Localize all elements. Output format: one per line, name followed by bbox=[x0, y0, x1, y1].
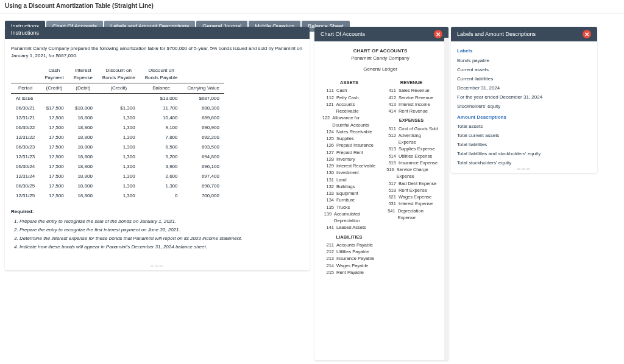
label-item[interactable]: Total liabilities and stockholders' equi… bbox=[457, 150, 591, 158]
coa-account[interactable]: 411Sales Revenue bbox=[383, 87, 440, 94]
coa-account[interactable]: 134Furniture bbox=[321, 197, 378, 203]
coa-account[interactable]: 213Insurance Payable bbox=[321, 255, 378, 262]
coa-account[interactable]: 111Cash bbox=[321, 87, 378, 94]
resize-grip[interactable]: ═══ bbox=[517, 166, 531, 172]
coa-account[interactable]: 511Cost of Goods Sold bbox=[383, 125, 440, 132]
scrollbar[interactable] bbox=[444, 38, 448, 360]
instructions-panel: Instructions Panamint Candy Company prep… bbox=[5, 27, 310, 270]
coa-account[interactable]: 214Wages Payable bbox=[321, 262, 378, 269]
assets-heading: ASSETS bbox=[321, 79, 378, 86]
coa-account[interactable]: 128Inventory bbox=[321, 156, 378, 163]
liabilities-heading: LIABILITIES bbox=[321, 234, 378, 240]
table-row: 06/30/2217,50018,8001,3009,100690,900 bbox=[11, 123, 224, 133]
coa-account[interactable]: 129Interest Receivable bbox=[321, 163, 378, 169]
coa-account[interactable]: 212Utilities Payable bbox=[321, 248, 378, 255]
labels-panel: Labels and Amount Descriptions ✕ Labels … bbox=[451, 27, 597, 173]
table-row: 12/31/2117,50018,8001,30010,400689,600 bbox=[11, 113, 224, 123]
coa-account[interactable]: 413Interest Income bbox=[383, 101, 440, 108]
close-icon[interactable]: ✕ bbox=[583, 30, 591, 38]
divider bbox=[0, 13, 624, 13]
label-item[interactable]: Total assets bbox=[457, 123, 591, 130]
expenses-heading: EXPENSES bbox=[383, 117, 440, 124]
coa-account[interactable]: 521Wages Expense bbox=[383, 194, 440, 200]
coa-account[interactable]: 513Supplies Expense bbox=[383, 145, 440, 152]
table-row: At issue$13,000$687,000 bbox=[11, 94, 224, 104]
table-row: 12/31/2317,50018,8001,3005,200694,800 bbox=[11, 152, 224, 162]
coa-account[interactable]: 124Notes Receivable bbox=[321, 128, 378, 135]
page-title: Using a Discount Amortization Table (Str… bbox=[0, 0, 624, 12]
amortization-table: CashPayment InterestExpense Discount onB… bbox=[11, 66, 224, 201]
coa-account[interactable]: 412Service Revenue bbox=[383, 94, 440, 101]
label-item[interactable]: Stockholders' equity bbox=[457, 103, 591, 110]
labels-header: Labels and Amount Descriptions bbox=[457, 31, 536, 37]
table-row: 12/31/2517,50018,8001,3000700,000 bbox=[11, 191, 224, 201]
table-row: 06/30/21$17,500$18,800$1,30011,700688,30… bbox=[11, 103, 224, 113]
coa-account[interactable]: 122Allowance for Doubtful Accounts bbox=[321, 114, 378, 128]
label-item[interactable]: Current assets bbox=[457, 66, 591, 74]
instructions-header: Instructions bbox=[11, 30, 39, 36]
coa-account[interactable]: 125Supplies bbox=[321, 135, 378, 142]
label-item[interactable]: Bonds payable bbox=[457, 57, 591, 65]
coa-account[interactable]: 512Advertising Expense bbox=[383, 132, 440, 146]
coa-account[interactable]: 135Trucks bbox=[321, 204, 378, 211]
coa-account[interactable]: 131Land bbox=[321, 177, 378, 183]
coa-account[interactable]: 516Service Charge Expense bbox=[383, 166, 440, 180]
coa-account[interactable]: 531Interest Expense bbox=[383, 200, 440, 207]
coa-account[interactable]: 132Buildings bbox=[321, 183, 378, 190]
required-list: Prepare the entry to recognize the sale … bbox=[11, 218, 303, 251]
coa-account[interactable]: 215Rent Payable bbox=[321, 269, 378, 276]
label-item[interactable]: Total current assets bbox=[457, 132, 591, 139]
revenue-heading: REVENUE bbox=[383, 79, 440, 86]
coa-account[interactable]: 130Investment bbox=[321, 169, 378, 176]
coa-title: CHART OF ACCOUNTS bbox=[321, 47, 440, 55]
coa-account[interactable]: 126Prepaid Insurance bbox=[321, 142, 378, 149]
instructions-intro: Panamint Candy Company prepared the foll… bbox=[11, 45, 303, 60]
labels-heading: Labels bbox=[457, 47, 591, 55]
coa-account[interactable]: 112Petty Cash bbox=[321, 94, 378, 101]
table-row: 12/31/2217,50018,8001,3007,800692,200 bbox=[11, 133, 224, 142]
coa-ledger: General Ledger bbox=[321, 66, 440, 73]
coa-company: Panamint Candy Company bbox=[321, 55, 440, 62]
coa-account[interactable]: 127Prepaid Rent bbox=[321, 149, 378, 156]
list-item: Determine the interest expense for these… bbox=[20, 235, 303, 242]
table-row: 12/31/2417,50018,8001,3002,600697,400 bbox=[11, 172, 224, 181]
table-row: 06/30/2517,50018,8001,3001,300698,700 bbox=[11, 181, 224, 191]
resize-grip[interactable]: ═══ bbox=[150, 264, 164, 269]
table-row: 06/30/2317,50018,8001,3006,500693,500 bbox=[11, 142, 224, 152]
label-item[interactable]: For the year ended December 31, 2024 bbox=[457, 94, 591, 101]
coa-panel: Chart Of Accounts ✕ CHART OF ACCOUNTS Pa… bbox=[314, 27, 448, 360]
coa-account[interactable]: 414Rent Revenue bbox=[383, 108, 440, 114]
label-item[interactable]: Total liabilities bbox=[457, 141, 591, 149]
coa-account[interactable]: 518Rent Expense bbox=[383, 187, 440, 194]
required-title: Required: bbox=[11, 208, 303, 215]
list-item: Prepare the entry to recognize the sale … bbox=[20, 218, 303, 225]
list-item: Indicate how these bonds will appear in … bbox=[20, 243, 303, 251]
coa-account[interactable]: 211Accounts Payable bbox=[321, 242, 378, 248]
coa-account[interactable]: 515Insurance Expense bbox=[383, 159, 440, 166]
close-icon[interactable]: ✕ bbox=[434, 30, 442, 38]
coa-account[interactable]: 517Bad Debt Expense bbox=[383, 180, 440, 187]
coa-header: Chart Of Accounts bbox=[321, 31, 365, 37]
coa-account[interactable]: 133Equipment bbox=[321, 190, 378, 197]
coa-account[interactable]: 514Utilities Expense bbox=[383, 153, 440, 159]
list-item: Prepare the entry to recognize the first… bbox=[20, 226, 303, 234]
coa-account[interactable]: 121Accounts Receivable bbox=[321, 101, 378, 115]
coa-account[interactable]: 541Depreciation Expense bbox=[383, 208, 440, 222]
label-item[interactable]: December 31, 2024 bbox=[457, 85, 591, 92]
label-item[interactable]: Current liabilities bbox=[457, 75, 591, 83]
table-row: 06/30/2417,50018,8001,3003,900696,100 bbox=[11, 162, 224, 172]
coa-account[interactable]: 139Accumulated Depreciation bbox=[321, 211, 378, 225]
amount-descriptions-heading: Amount Descriptions bbox=[457, 114, 591, 121]
coa-account[interactable]: 141Leased Assets bbox=[321, 224, 378, 231]
